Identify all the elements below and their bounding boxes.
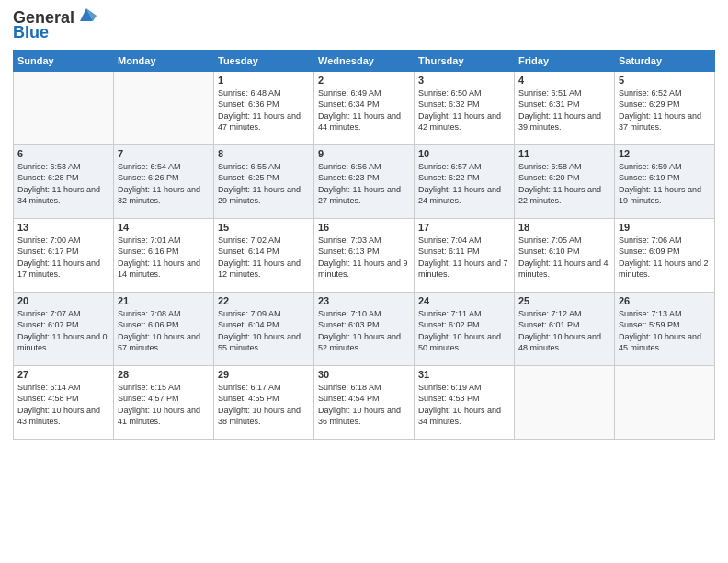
calendar-cell: 7Sunrise: 6:54 AMSunset: 6:26 PMDaylight… bbox=[114, 144, 214, 218]
day-number: 22 bbox=[218, 295, 310, 306]
calendar-cell: 15Sunrise: 7:02 AMSunset: 6:14 PMDayligh… bbox=[214, 218, 314, 292]
day-number: 19 bbox=[619, 222, 711, 233]
calendar-cell: 2Sunrise: 6:49 AMSunset: 6:34 PMDaylight… bbox=[314, 71, 415, 144]
calendar-cell: 14Sunrise: 7:01 AMSunset: 6:16 PMDayligh… bbox=[114, 218, 214, 292]
header: General Blue bbox=[13, 9, 715, 42]
day-number: 5 bbox=[619, 75, 711, 86]
day-info: Sunrise: 7:00 AMSunset: 6:17 PMDaylight:… bbox=[17, 235, 109, 281]
weekday-header: Wednesday bbox=[314, 50, 415, 71]
day-info: Sunrise: 6:52 AMSunset: 6:29 PMDaylight:… bbox=[619, 87, 711, 133]
day-info: Sunrise: 7:13 AMSunset: 5:59 PMDaylight:… bbox=[619, 308, 711, 354]
day-number: 3 bbox=[418, 75, 510, 86]
day-number: 16 bbox=[318, 222, 410, 233]
weekday-header: Friday bbox=[515, 50, 615, 71]
calendar-cell: 26Sunrise: 7:13 AMSunset: 5:59 PMDayligh… bbox=[615, 292, 715, 365]
day-info: Sunrise: 6:18 AMSunset: 4:54 PMDaylight:… bbox=[318, 382, 410, 428]
calendar-cell: 23Sunrise: 7:10 AMSunset: 6:03 PMDayligh… bbox=[314, 292, 415, 365]
day-number: 20 bbox=[17, 295, 109, 306]
calendar-cell: 20Sunrise: 7:07 AMSunset: 6:07 PMDayligh… bbox=[14, 292, 114, 365]
day-info: Sunrise: 6:49 AMSunset: 6:34 PMDaylight:… bbox=[318, 87, 410, 133]
calendar-week-row: 13Sunrise: 7:00 AMSunset: 6:17 PMDayligh… bbox=[14, 218, 715, 292]
calendar-cell: 29Sunrise: 6:17 AMSunset: 4:55 PMDayligh… bbox=[214, 365, 314, 439]
day-number: 2 bbox=[318, 75, 410, 86]
day-number: 24 bbox=[418, 295, 510, 306]
day-info: Sunrise: 7:10 AMSunset: 6:03 PMDaylight:… bbox=[318, 308, 410, 354]
calendar-cell bbox=[515, 365, 615, 439]
day-number: 17 bbox=[418, 222, 510, 233]
day-info: Sunrise: 6:55 AMSunset: 6:25 PMDaylight:… bbox=[218, 161, 310, 207]
day-info: Sunrise: 6:54 AMSunset: 6:26 PMDaylight:… bbox=[118, 161, 210, 207]
day-info: Sunrise: 7:04 AMSunset: 6:11 PMDaylight:… bbox=[418, 235, 510, 281]
day-info: Sunrise: 6:19 AMSunset: 4:53 PMDaylight:… bbox=[418, 382, 510, 428]
day-info: Sunrise: 6:14 AMSunset: 4:58 PMDaylight:… bbox=[17, 382, 109, 428]
day-number: 7 bbox=[118, 148, 210, 159]
day-info: Sunrise: 6:56 AMSunset: 6:23 PMDaylight:… bbox=[318, 161, 410, 207]
calendar-cell: 28Sunrise: 6:15 AMSunset: 4:57 PMDayligh… bbox=[114, 365, 214, 439]
day-number: 9 bbox=[318, 148, 410, 159]
day-number: 6 bbox=[17, 148, 109, 159]
day-info: Sunrise: 7:05 AMSunset: 6:10 PMDaylight:… bbox=[518, 235, 610, 281]
calendar-cell: 27Sunrise: 6:14 AMSunset: 4:58 PMDayligh… bbox=[14, 365, 114, 439]
day-info: Sunrise: 7:07 AMSunset: 6:07 PMDaylight:… bbox=[17, 308, 109, 354]
calendar-cell: 10Sunrise: 6:57 AMSunset: 6:22 PMDayligh… bbox=[415, 144, 515, 218]
calendar-cell: 13Sunrise: 7:00 AMSunset: 6:17 PMDayligh… bbox=[14, 218, 114, 292]
day-number: 18 bbox=[518, 222, 610, 233]
calendar-cell: 8Sunrise: 6:55 AMSunset: 6:25 PMDaylight… bbox=[214, 144, 314, 218]
day-number: 31 bbox=[418, 369, 510, 380]
page: General Blue SundayMondayTuesdayWednesda… bbox=[0, 0, 728, 563]
calendar-week-row: 20Sunrise: 7:07 AMSunset: 6:07 PMDayligh… bbox=[14, 292, 715, 365]
day-number: 25 bbox=[518, 295, 610, 306]
calendar-cell bbox=[615, 365, 715, 439]
day-number: 26 bbox=[619, 295, 711, 306]
calendar-cell: 16Sunrise: 7:03 AMSunset: 6:13 PMDayligh… bbox=[314, 218, 415, 292]
day-info: Sunrise: 7:11 AMSunset: 6:02 PMDaylight:… bbox=[418, 308, 510, 354]
calendar-cell bbox=[14, 71, 114, 144]
calendar-cell: 30Sunrise: 6:18 AMSunset: 4:54 PMDayligh… bbox=[314, 365, 415, 439]
calendar-cell: 5Sunrise: 6:52 AMSunset: 6:29 PMDaylight… bbox=[615, 71, 715, 144]
calendar-cell: 31Sunrise: 6:19 AMSunset: 4:53 PMDayligh… bbox=[415, 365, 515, 439]
day-number: 10 bbox=[418, 148, 510, 159]
calendar-week-row: 1Sunrise: 6:48 AMSunset: 6:36 PMDaylight… bbox=[14, 71, 715, 144]
day-number: 11 bbox=[518, 148, 610, 159]
calendar-cell: 12Sunrise: 6:59 AMSunset: 6:19 PMDayligh… bbox=[615, 144, 715, 218]
day-number: 29 bbox=[218, 369, 310, 380]
day-number: 21 bbox=[118, 295, 210, 306]
weekday-header: Saturday bbox=[615, 50, 715, 71]
calendar-cell: 3Sunrise: 6:50 AMSunset: 6:32 PMDaylight… bbox=[415, 71, 515, 144]
day-info: Sunrise: 6:57 AMSunset: 6:22 PMDaylight:… bbox=[418, 161, 510, 207]
day-number: 1 bbox=[218, 75, 310, 86]
day-info: Sunrise: 7:06 AMSunset: 6:09 PMDaylight:… bbox=[619, 235, 711, 281]
day-info: Sunrise: 6:17 AMSunset: 4:55 PMDaylight:… bbox=[218, 382, 310, 428]
day-number: 8 bbox=[218, 148, 310, 159]
day-number: 23 bbox=[318, 295, 410, 306]
calendar-cell bbox=[114, 71, 214, 144]
day-info: Sunrise: 7:03 AMSunset: 6:13 PMDaylight:… bbox=[318, 235, 410, 281]
day-info: Sunrise: 7:01 AMSunset: 6:16 PMDaylight:… bbox=[118, 235, 210, 281]
calendar-cell: 17Sunrise: 7:04 AMSunset: 6:11 PMDayligh… bbox=[415, 218, 515, 292]
calendar-week-row: 6Sunrise: 6:53 AMSunset: 6:28 PMDaylight… bbox=[14, 144, 715, 218]
day-number: 14 bbox=[118, 222, 210, 233]
day-number: 4 bbox=[518, 75, 610, 86]
day-info: Sunrise: 6:50 AMSunset: 6:32 PMDaylight:… bbox=[418, 87, 510, 133]
weekday-header: Sunday bbox=[14, 50, 114, 71]
day-info: Sunrise: 6:58 AMSunset: 6:20 PMDaylight:… bbox=[518, 161, 610, 207]
calendar-cell: 4Sunrise: 6:51 AMSunset: 6:31 PMDaylight… bbox=[515, 71, 615, 144]
day-number: 27 bbox=[17, 369, 109, 380]
day-info: Sunrise: 7:12 AMSunset: 6:01 PMDaylight:… bbox=[518, 308, 610, 354]
logo: General Blue bbox=[13, 9, 97, 42]
weekday-header: Thursday bbox=[415, 50, 515, 71]
day-info: Sunrise: 6:48 AMSunset: 6:36 PMDaylight:… bbox=[218, 87, 310, 133]
logo-icon bbox=[76, 5, 97, 25]
day-number: 12 bbox=[619, 148, 711, 159]
calendar-week-row: 27Sunrise: 6:14 AMSunset: 4:58 PMDayligh… bbox=[14, 365, 715, 439]
calendar-cell: 18Sunrise: 7:05 AMSunset: 6:10 PMDayligh… bbox=[515, 218, 615, 292]
day-info: Sunrise: 7:09 AMSunset: 6:04 PMDaylight:… bbox=[218, 308, 310, 354]
calendar-table: SundayMondayTuesdayWednesdayThursdayFrid… bbox=[13, 50, 715, 440]
day-info: Sunrise: 6:15 AMSunset: 4:57 PMDaylight:… bbox=[118, 382, 210, 428]
day-info: Sunrise: 6:53 AMSunset: 6:28 PMDaylight:… bbox=[17, 161, 109, 207]
weekday-header: Tuesday bbox=[214, 50, 314, 71]
calendar-cell: 24Sunrise: 7:11 AMSunset: 6:02 PMDayligh… bbox=[415, 292, 515, 365]
calendar-cell: 19Sunrise: 7:06 AMSunset: 6:09 PMDayligh… bbox=[615, 218, 715, 292]
weekday-header: Monday bbox=[114, 50, 214, 71]
day-number: 13 bbox=[17, 222, 109, 233]
